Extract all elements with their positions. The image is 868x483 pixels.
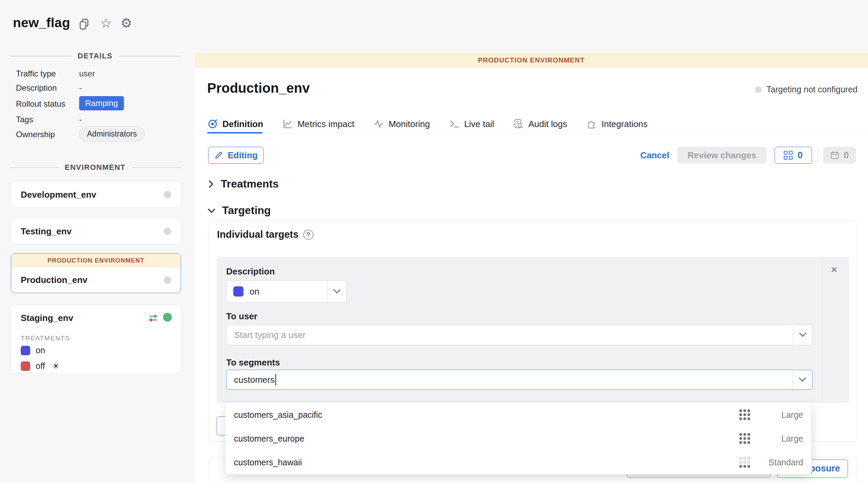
- detail-row-ownership: Ownership Administrators: [16, 130, 176, 139]
- text-cursor: [275, 374, 276, 386]
- segment-size-label: Large: [759, 434, 803, 444]
- chevron-down-icon: [798, 377, 807, 383]
- to-user-input[interactable]: [227, 325, 812, 345]
- treatment-row-on: on: [21, 345, 45, 355]
- help-icon[interactable]: ?: [303, 230, 313, 240]
- env-status-dot: [164, 276, 171, 284]
- segment-name: customers_europe: [234, 434, 304, 444]
- divider-line: [9, 56, 72, 56]
- detail-label: Description: [16, 83, 57, 92]
- segment-size-large-icon: [739, 433, 750, 444]
- env-card-testing[interactable]: Testing_env: [11, 218, 181, 244]
- tab-integrations[interactable]: Integrations: [586, 119, 648, 129]
- cancel-button[interactable]: Cancel: [640, 150, 669, 161]
- segments-dropdown: customers_asia_pacific Large customers_e…: [225, 402, 812, 475]
- treatment-select[interactable]: on: [226, 281, 347, 302]
- detail-value: -: [79, 115, 82, 124]
- copy-icon[interactable]: [77, 18, 91, 31]
- detail-row-description: Description -: [16, 83, 176, 93]
- chevron-down-icon: [798, 332, 807, 338]
- select-chevron-zone[interactable]: [793, 370, 812, 389]
- targeting-status-label: Targeting not configured: [766, 85, 857, 94]
- swap-arrows-icon: [147, 312, 159, 325]
- treatment-on-swatch: [233, 286, 243, 297]
- tab-metrics-impact[interactable]: Metrics impact: [282, 119, 355, 129]
- schedule-count-button[interactable]: 0: [823, 147, 856, 164]
- details-section-header: DETAILS: [9, 52, 181, 60]
- detail-label: Rollout status: [16, 99, 65, 108]
- ownership-pill[interactable]: Administrators: [79, 126, 145, 142]
- to-segments-field[interactable]: customers: [226, 370, 813, 390]
- segment-size-large-icon: [739, 409, 750, 420]
- changes-count-button[interactable]: 0: [775, 147, 812, 164]
- active-tab-underline: [207, 132, 263, 133]
- detail-row-tags: Tags -: [16, 115, 176, 124]
- star-icon[interactable]: ☆: [99, 16, 113, 30]
- puzzle-icon: [586, 119, 597, 129]
- tab-live-tail[interactable]: Live tail: [449, 119, 494, 129]
- to-user-label: To user: [226, 311, 257, 322]
- to-segments-label: To segments: [226, 357, 280, 368]
- to-segments-value: customers: [234, 375, 275, 385]
- environment-section-header: ENVIRONMENT: [9, 163, 181, 172]
- targeting-status: Targeting not configured: [755, 85, 857, 94]
- detail-label: Ownership: [16, 130, 55, 139]
- env-card-production-selected[interactable]: PRODUCTION ENVIRONMENT Production_env: [11, 253, 181, 293]
- grid-icon: [784, 151, 793, 160]
- detail-row-traffic-type: Traffic type user: [16, 69, 176, 78]
- details-header-label: DETAILS: [78, 52, 113, 60]
- tabs-divider: [195, 133, 868, 133]
- page-title: Production_env: [207, 80, 310, 96]
- select-chevron-zone[interactable]: [793, 325, 812, 345]
- target-icon: [207, 119, 218, 129]
- detail-label: Traffic type: [16, 69, 56, 78]
- individual-targets-label: Individual targets: [217, 229, 299, 240]
- audit-log-icon: [513, 119, 524, 129]
- chevron-down-icon: [332, 288, 341, 294]
- tab-monitoring[interactable]: Monitoring: [373, 119, 430, 129]
- terminal-icon: [449, 119, 460, 129]
- main-panel: PRODUCTION ENVIRONMENT Production_env Ta…: [195, 53, 868, 483]
- sidebar: new_flag ☆ ⚙ DETAILS Traffic type user D…: [0, 0, 195, 483]
- tab-bar: Definition Metrics impact Monitoring Liv…: [207, 115, 648, 132]
- tab-label: Metrics impact: [297, 119, 355, 129]
- treatment-name: on: [36, 345, 45, 355]
- to-user-field[interactable]: [226, 325, 813, 345]
- rule-card-divider: [822, 257, 822, 403]
- detail-value: user: [79, 69, 95, 78]
- tab-label: Integrations: [601, 119, 648, 129]
- env-status-dot: [164, 191, 171, 198]
- env-card-development[interactable]: Development_env: [11, 181, 181, 208]
- env-card-staging[interactable]: Staging_env TREATMENTS on off ✳: [11, 304, 181, 374]
- treatment-row-off: off ✳: [21, 361, 59, 371]
- detail-row-rollout-status: Rollout status Ramping: [16, 99, 176, 109]
- status-dot-icon: [755, 86, 762, 93]
- close-icon[interactable]: ×: [831, 264, 837, 275]
- review-changes-button[interactable]: Review changes: [677, 147, 766, 164]
- calendar-icon: [830, 150, 839, 160]
- toolbar-separator: [817, 147, 818, 164]
- env-name: Staging_env: [21, 313, 73, 323]
- divider-line: [132, 167, 181, 168]
- segment-option-asia-pacific[interactable]: customers_asia_pacific Large: [225, 403, 811, 427]
- tab-audit-logs[interactable]: Audit logs: [513, 119, 567, 129]
- tab-definition[interactable]: Definition: [207, 119, 263, 129]
- toolbar-right: Cancel Review changes 0 0: [640, 147, 856, 164]
- segment-option-hawaii[interactable]: customers_hawaii Standard: [225, 450, 811, 474]
- tab-label: Live tail: [464, 119, 494, 129]
- treatment-off-swatch: [21, 361, 30, 371]
- editing-button[interactable]: Editing: [208, 147, 264, 164]
- editing-label: Editing: [228, 150, 257, 161]
- detail-value: -: [79, 83, 82, 93]
- env-name: Testing_env: [21, 226, 72, 237]
- select-chevron-zone[interactable]: [327, 281, 346, 302]
- divider-line: [9, 167, 58, 168]
- gear-icon[interactable]: ⚙: [120, 16, 133, 30]
- review-changes-label: Review changes: [688, 150, 756, 161]
- treatments-section-toggle[interactable]: Treatments: [207, 178, 279, 190]
- targeting-section-toggle[interactable]: Targeting: [207, 204, 271, 217]
- pencil-icon: [214, 150, 223, 160]
- flag-title: new_flag: [13, 15, 70, 30]
- treatments-header-label: TREATMENTS: [21, 335, 70, 342]
- segment-option-europe[interactable]: customers_europe Large: [225, 427, 811, 450]
